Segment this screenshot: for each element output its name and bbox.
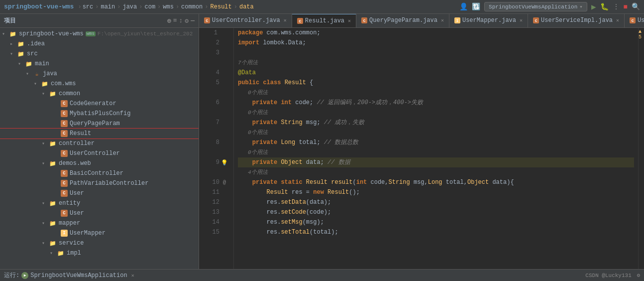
tab-userservice[interactable]: C UserServic... ▲5 ✕ [625,14,644,27]
tree-item-impl[interactable]: ▾ 📁 impl [0,248,199,258]
tab-querypageparam[interactable]: C QueryPageParam.java ✕ [356,14,449,27]
arrow-icon: ▾ [42,140,49,146]
class-tab-icon: C [204,17,210,23]
arrow-icon: ▾ [42,91,49,97]
line-number: 14 [213,219,219,226]
scrollbar-gutter: ▲ 5 [638,28,644,269]
tab-label: Result.java [305,17,344,24]
line-number: 10 [213,179,219,186]
run-config-selector[interactable]: SpringbootVueWmsApplication ▾ [484,2,587,11]
line-number: 2 [216,39,219,46]
tree-item-service[interactable]: ▾ 📁 service [0,238,199,248]
close-icon[interactable]: ✕ [520,17,523,23]
tree-item-pathvariablecontroller[interactable]: C PathVariableController [0,178,199,188]
gear-icon[interactable]: ⚙ [185,17,189,25]
tree-item-mybatisconfig[interactable]: C MybatisPlusConfig [0,109,199,119]
tree-item-src[interactable]: ▾ 📁 src [0,49,199,59]
folder-icon: ☕ [33,70,41,78]
title-bar: springboot-vue-wms › src › main › java ›… [0,0,644,14]
tree-item-codegenerator[interactable]: C CodeGenerator [0,99,199,109]
run-btn[interactable]: ▶ [591,2,596,12]
line-number: 9 [216,159,219,166]
code-line-10: private static Result result(int code,St… [238,177,634,187]
code-line-5: public class Result { [238,78,634,88]
code-hint-0c: 0个用法 [238,128,634,138]
search-icon[interactable]: 🔍 [632,2,640,11]
tree-item-user-entity[interactable]: C User [0,208,199,218]
tab-bar: C UserController.java ✕ C Result.java ✕ … [199,14,644,28]
tree-item-basiccontroller[interactable]: C BasicController [0,168,199,178]
code-hint-0d: 0个用法 [238,147,634,157]
folder-icon: 📁 [17,50,25,58]
code-hint-7: 7个用法 [238,58,634,68]
bottom-right-info: CSDN @Lucky131 ⚙ [585,272,640,279]
tree-item-common[interactable]: ▾ 📁 common [0,89,199,99]
tab-label: QueryPageParam.java [369,17,437,24]
tree-item-comwms[interactable]: ▾ 📁 com.wms [0,79,199,89]
tree-item-usermapper[interactable]: I UserMapper [0,228,199,238]
code-text[interactable]: package com.wms.common; import lombok.Da… [234,28,638,269]
code-line-3 [238,48,634,58]
class-tab-icon: C [533,17,539,23]
folder-icon: 📁 [49,90,57,98]
code-line-1: package com.wms.common; [238,28,634,38]
tree-item-user-demos[interactable]: C User [0,188,199,198]
add-icon[interactable]: ⊕ [167,17,171,25]
tab-label: UserServiceImpl.java [541,17,613,24]
arrow-icon: ▾ [42,220,49,226]
tree-content[interactable]: ▾ 📁 springboot-vue-wms wms F:\open_yixun… [0,28,199,269]
settings-icon[interactable]: ⚙ [637,273,640,279]
close-icon[interactable]: ✕ [441,17,444,23]
code-line-8: private Long total; // 数据总数 [238,138,634,147]
code-line-6: private int code; // 返回编码，200->成功，400->失… [238,98,634,108]
folder-icon: 📁 [17,40,25,48]
folder-icon: 📁 [41,80,49,88]
person-icon: 👤 [459,2,468,11]
folder-icon: 📁 [9,30,17,38]
bc-common: common [181,3,203,10]
close-icon[interactable]: ✕ [348,18,351,24]
tab-label: UserController.java [212,17,280,24]
more-btn[interactable]: ⋮ [613,2,620,11]
sync-icon[interactable]: ≡ [173,17,177,25]
tree-item-root[interactable]: ▾ 📁 springboot-vue-wms wms F:\open_yixun… [0,29,199,39]
close-icon[interactable]: ✕ [616,17,619,23]
arrow-icon: ▾ [10,51,17,57]
close-run-icon[interactable]: ✕ [131,273,134,279]
tree-item-usercontroller[interactable]: C UserController [0,148,199,158]
tree-item-mapper[interactable]: ▾ 📁 mapper [0,218,199,228]
bookmark-icon: @ [223,180,226,185]
close-icon[interactable]: ✕ [284,17,287,23]
stop-btn[interactable]: ■ [624,3,628,11]
tab-userserviceimpl[interactable]: C UserServiceImpl.java ✕ [528,14,625,27]
tab-usermapper[interactable]: I UserMapper.java ✕ [449,14,528,27]
run-app-name: SpringbootVueWmsApplication [30,272,127,279]
line-number: 3 [216,49,219,56]
class-tab-icon: C [361,17,367,23]
bc-wms: wms [163,3,174,10]
class-icon: C [61,190,68,197]
line-number: 15 [213,229,219,236]
code-area[interactable]: 1 2 3 4 5 6 7 8 9💡 [199,28,644,269]
bc-result: Result [211,3,232,10]
code-line-2: import lombok.Data; [238,38,634,48]
tree-item-result[interactable]: C Result [0,129,199,139]
arrow-icon: ▸ [10,41,17,47]
tree-item-main[interactable]: ▾ 📁 main [0,59,199,69]
tab-usercontroller[interactable]: C UserController.java ✕ [199,14,292,27]
line-number: 4 [216,69,219,76]
tree-item-entity[interactable]: ▾ 📁 entity [0,198,199,208]
minimize-icon[interactable]: — [191,17,195,25]
debug-btn[interactable]: 🐛 [600,2,609,11]
tree-item-querypageparam[interactable]: C QueryPageParam [0,119,199,129]
tree-item-java[interactable]: ▾ ☕ java [0,69,199,79]
collapse-icon[interactable]: ↕ [179,17,183,25]
app-name: springboot-vue-wms [4,3,74,10]
bc-main: main [101,3,115,10]
tree-item-controller[interactable]: ▾ 📁 controller [0,139,199,148]
tree-item-idea[interactable]: ▸ 📁 .idea [0,39,199,49]
tree-item-demosweb[interactable]: ▾ 📁 demos.web [0,158,199,168]
tab-result[interactable]: C Result.java ✕ [292,14,356,27]
arrow-icon: ▾ [26,71,33,77]
arrow-icon: 🔃 [472,2,480,11]
